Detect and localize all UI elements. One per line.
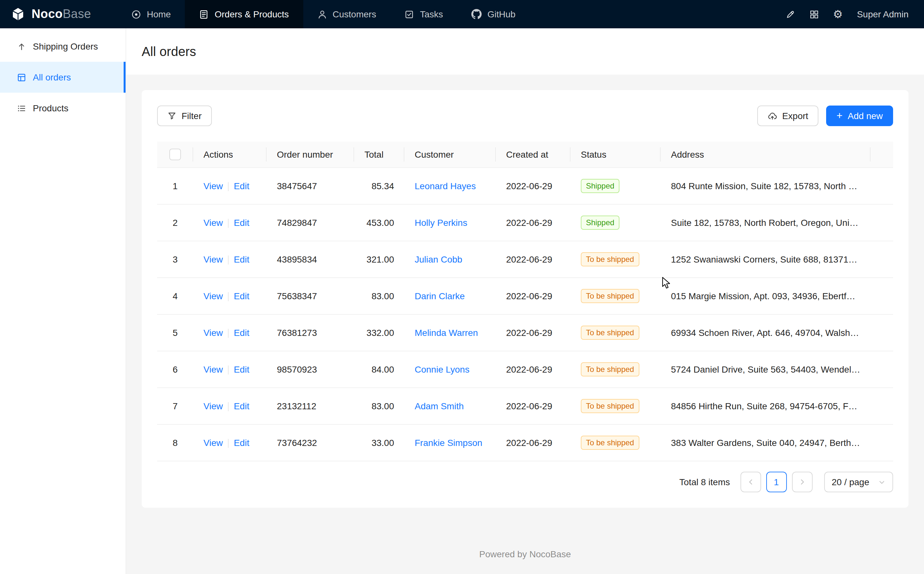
- top-nav: HomeOrders & ProductsCustomersTasksGitHu…: [117, 0, 530, 28]
- status-badge: To be shipped: [581, 289, 639, 303]
- header-icon-group: ⚙: [785, 9, 843, 20]
- vertical-divider: [228, 182, 229, 191]
- gear-icon[interactable]: ⚙: [833, 9, 843, 20]
- actions-cell: ViewEdit: [193, 351, 267, 388]
- export-button[interactable]: Export: [757, 106, 818, 126]
- address-cell: 804 Runte Mission, Suite 182, 15783, Nor…: [661, 168, 870, 204]
- next-page-button[interactable]: [792, 472, 812, 492]
- sidebar-item-label: Products: [33, 103, 69, 113]
- status-cell: To be shipped: [570, 278, 661, 314]
- row-index: 2: [157, 204, 193, 241]
- sidebar-item-all-orders[interactable]: All orders: [0, 62, 126, 93]
- status-cell: To be shipped: [570, 424, 661, 461]
- edit-link[interactable]: Edit: [234, 438, 249, 448]
- table-row: 3 ViewEdit 43895834 321.00 Julian Cobb 2…: [157, 241, 893, 278]
- actions-cell: ViewEdit: [193, 278, 267, 314]
- status-cell: To be shipped: [570, 388, 661, 424]
- sidebar-item-shipping-orders[interactable]: Shipping Orders: [0, 31, 126, 62]
- vertical-divider: [228, 219, 229, 228]
- column-header-filler: [870, 142, 893, 168]
- page-title: All orders: [142, 44, 196, 59]
- edit-link[interactable]: Edit: [234, 254, 249, 265]
- view-link[interactable]: View: [204, 218, 223, 228]
- page-size-select[interactable]: 20 / page: [824, 472, 893, 492]
- nav-item-orders-products[interactable]: Orders & Products: [185, 0, 303, 28]
- select-all-checkbox[interactable]: [169, 149, 181, 160]
- status-badge: To be shipped: [581, 436, 639, 450]
- vertical-divider: [228, 366, 229, 375]
- filler-cell: [870, 424, 893, 461]
- brand[interactable]: NocoBase: [0, 6, 117, 22]
- customer-link[interactable]: Darin Clarke: [415, 291, 465, 301]
- status-badge: To be shipped: [581, 399, 639, 413]
- customer-link[interactable]: Julian Cobb: [415, 254, 462, 265]
- nav-item-customers[interactable]: Customers: [303, 0, 390, 28]
- customer-link[interactable]: Frankie Simpson: [415, 438, 482, 448]
- customer-cell: Leonard Hayes: [404, 168, 496, 204]
- page-title-band: All orders: [126, 28, 924, 75]
- edit-link[interactable]: Edit: [234, 328, 249, 338]
- status-badge: To be shipped: [581, 252, 639, 266]
- view-link[interactable]: View: [204, 364, 223, 375]
- view-link[interactable]: View: [204, 401, 223, 411]
- row-index: 7: [157, 388, 193, 424]
- edit-link[interactable]: Edit: [234, 401, 249, 411]
- customer-cell: Holly Perkins: [404, 204, 496, 241]
- filler-cell: [870, 388, 893, 424]
- total-cell: 453.00: [354, 204, 404, 241]
- view-link[interactable]: View: [204, 291, 223, 301]
- customer-link[interactable]: Leonard Hayes: [415, 181, 476, 191]
- user-menu[interactable]: Super Admin: [857, 9, 908, 19]
- vertical-divider: [228, 292, 229, 301]
- edit-link[interactable]: Edit: [234, 364, 249, 375]
- nocobase-logo-icon: [10, 6, 26, 22]
- address-cell: 383 Walter Gardens, Suite 040, 24947, Be…: [661, 424, 870, 461]
- created-at-cell: 2022-06-29: [496, 424, 570, 461]
- nav-item-tasks[interactable]: Tasks: [390, 0, 457, 28]
- customer-link[interactable]: Connie Lyons: [415, 364, 469, 375]
- customer-link[interactable]: Adam Smith: [415, 401, 464, 411]
- customer-cell: Melinda Warren: [404, 314, 496, 351]
- order-number-cell: 98570923: [267, 351, 354, 388]
- nav-item-home[interactable]: Home: [117, 0, 185, 28]
- view-link[interactable]: View: [204, 254, 223, 265]
- orders-card: Filter Export + Add new: [142, 90, 908, 508]
- powered-by: Powered by NocoBase: [142, 549, 908, 559]
- sidebar-item-products[interactable]: Products: [0, 93, 126, 123]
- column-header-actions: Actions: [193, 142, 267, 168]
- page-1-button[interactable]: 1: [766, 472, 787, 492]
- total-cell: 83.00: [354, 388, 404, 424]
- view-link[interactable]: View: [204, 438, 223, 448]
- prev-page-button[interactable]: [740, 472, 761, 492]
- add-new-button[interactable]: + Add new: [826, 106, 893, 126]
- status-cell: Shipped: [570, 204, 661, 241]
- customer-link[interactable]: Melinda Warren: [415, 328, 478, 338]
- highlighter-icon[interactable]: [785, 9, 795, 19]
- table-row: 5 ViewEdit 76381273 332.00 Melinda Warre…: [157, 314, 893, 351]
- apps-grid-icon[interactable]: [809, 9, 819, 19]
- view-link[interactable]: View: [204, 181, 223, 191]
- cloud-upload-icon: [767, 111, 777, 121]
- edit-link[interactable]: Edit: [234, 181, 249, 191]
- header-actions: ⚙ Super Admin: [785, 9, 924, 20]
- filter-icon: [167, 111, 177, 120]
- customer-link[interactable]: Holly Perkins: [415, 218, 467, 228]
- view-link[interactable]: View: [204, 328, 223, 338]
- table-row: 6 ViewEdit 98570923 84.00 Connie Lyons 2…: [157, 351, 893, 388]
- nav-item-github[interactable]: GitHub: [457, 0, 530, 28]
- actions-cell: ViewEdit: [193, 314, 267, 351]
- plus-icon: +: [836, 110, 843, 121]
- row-index: 8: [157, 424, 193, 461]
- edit-link[interactable]: Edit: [234, 218, 249, 228]
- filter-button[interactable]: Filter: [157, 106, 212, 126]
- filler-cell: [870, 204, 893, 241]
- status-cell: To be shipped: [570, 314, 661, 351]
- sidebar: Shipping OrdersAll ordersProducts: [0, 28, 126, 574]
- filler-cell: [870, 351, 893, 388]
- table-toolbar: Filter Export + Add new: [157, 106, 893, 126]
- edit-link[interactable]: Edit: [234, 291, 249, 301]
- address-cell: Suite 182, 15783, North Robert, Oregon, …: [661, 204, 870, 241]
- status-badge: Shipped: [581, 216, 619, 230]
- address-cell: 69934 Schoen River, Apt. 646, 49704, Wal…: [661, 314, 870, 351]
- order-number-cell: 76381273: [267, 314, 354, 351]
